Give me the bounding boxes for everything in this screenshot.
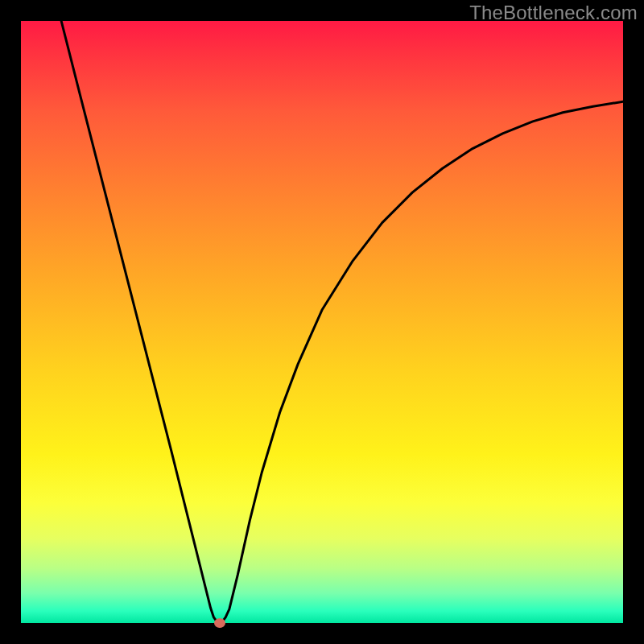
chart-curve — [61, 21, 623, 623]
chart-frame — [21, 21, 623, 623]
chart-plot — [21, 21, 623, 623]
chart-marker-dot — [214, 618, 225, 628]
